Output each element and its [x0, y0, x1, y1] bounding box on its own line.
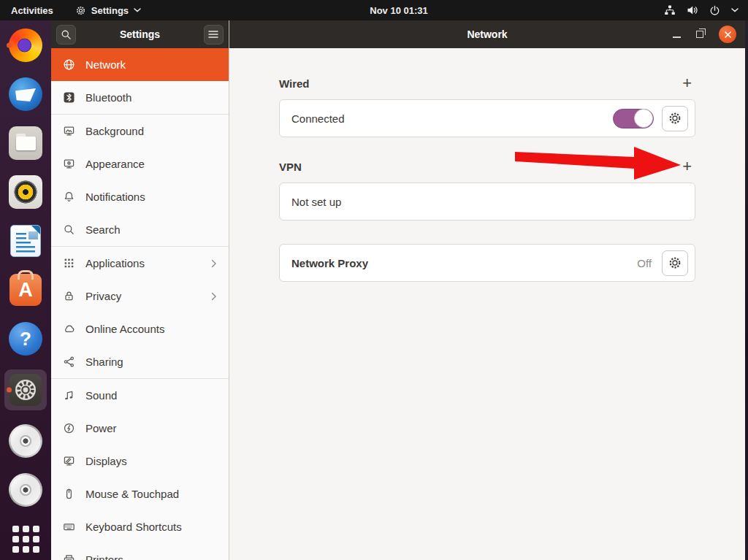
wired-section: Wired + Connected [279, 76, 695, 137]
vpn-section-title: VPN [279, 161, 302, 173]
close-button[interactable] [719, 26, 736, 43]
chevron-right-icon [211, 259, 218, 268]
network-content: Wired + Connected [229, 48, 745, 560]
dock-item-thunderbird[interactable] [4, 76, 47, 112]
sidebar-item-label: Appearance [85, 158, 145, 170]
sidebar-item-search[interactable]: Search [51, 213, 229, 246]
sidebar-item-network[interactable]: Network [51, 48, 229, 81]
sidebar-item-label: Bluetooth [85, 91, 131, 104]
top-bar: Activities Settings Nov 10 01:31 [0, 0, 748, 20]
sidebar-item-applications[interactable]: Applications [51, 247, 229, 280]
music-note-icon [62, 389, 75, 402]
bell-icon [62, 191, 75, 204]
dock-item-settings[interactable] [4, 369, 47, 410]
maximize-button[interactable] [696, 31, 703, 38]
gear-icon [75, 5, 86, 16]
sidebar-item-printers[interactable]: Printers [51, 543, 229, 560]
sidebar-item-label: Keyboard Shortcuts [85, 521, 182, 533]
ubuntu-software-icon [9, 274, 42, 306]
activities-button[interactable]: Activities [0, 0, 64, 20]
network-proxy-label: Network Proxy [291, 257, 368, 269]
sidebar-item-power[interactable]: Power [51, 412, 229, 445]
sidebar-item-appearance[interactable]: Appearance [51, 147, 229, 180]
app-menu-settings[interactable]: Settings [64, 0, 152, 20]
dock-item-help[interactable] [4, 321, 47, 357]
running-indicator [7, 388, 12, 393]
sidebar-item-online-accounts[interactable]: Online Accounts [51, 312, 229, 345]
desktop-edge [745, 20, 748, 560]
help-icon [9, 322, 42, 356]
power-icon [62, 422, 75, 435]
dock-item-firefox[interactable] [4, 27, 47, 64]
sidebar-item-label: Mouse & Touchpad [85, 488, 179, 500]
search-button[interactable] [56, 25, 76, 45]
vpn-add-button[interactable]: + [679, 160, 695, 173]
dock-item-rhythmbox[interactable] [4, 174, 47, 210]
sidebar-item-sound[interactable]: Sound [51, 379, 229, 412]
sidebar-item-displays[interactable]: Displays [51, 445, 229, 477]
printer-icon [62, 553, 75, 560]
app-menu-label: Settings [91, 5, 129, 16]
sidebar-item-notifications[interactable]: Notifications [51, 180, 229, 213]
display-icon [62, 455, 75, 468]
hamburger-menu-button[interactable] [204, 25, 224, 45]
sidebar-title: Settings [120, 28, 160, 40]
dock-item-ubuntu-software[interactable] [4, 272, 47, 308]
clock-button[interactable]: Nov 10 01:31 [362, 0, 435, 20]
chevron-down-icon [134, 8, 141, 12]
toggle-knob [634, 109, 653, 128]
settings-window: Settings Network [51, 20, 745, 560]
dock-item-disc-2[interactable] [4, 472, 47, 508]
sidebar-item-label: Search [85, 223, 121, 236]
sidebar-item-label: Privacy [85, 290, 121, 302]
sidebar-item-label: Applications [85, 257, 145, 269]
wired-options-button[interactable] [662, 106, 688, 131]
firefox-icon [9, 28, 42, 62]
disc-icon [9, 473, 42, 507]
sidebar-item-label: Online Accounts [85, 323, 164, 335]
chevron-down-icon [731, 8, 739, 12]
window-title: Network [467, 28, 507, 40]
sidebar-nav: Network Bluetooth Background [51, 48, 229, 560]
sidebar-item-label: Printers [85, 553, 123, 560]
sidebar-item-label: Background [85, 125, 144, 137]
wired-toggle-switch[interactable] [613, 109, 654, 129]
wired-add-button[interactable]: + [679, 77, 695, 90]
sidebar-item-mouse-touchpad[interactable]: Mouse & Touchpad [51, 477, 229, 510]
sidebar-item-label: Sharing [85, 356, 123, 368]
mouse-icon [62, 488, 75, 501]
show-applications-button[interactable] [4, 521, 47, 557]
window-headerbar: Network [229, 20, 745, 48]
background-icon [62, 125, 75, 138]
share-icon [62, 356, 75, 369]
minimize-button[interactable] [673, 31, 681, 38]
sidebar-item-label: Network [85, 58, 126, 71]
appearance-icon [62, 158, 75, 171]
keyboard-icon [62, 521, 75, 534]
thunderbird-icon [9, 77, 42, 111]
sidebar-item-label: Displays [85, 455, 127, 467]
wired-connection-label: Connected [291, 112, 345, 125]
network-panel: Network Wired [229, 20, 745, 560]
sidebar-item-sharing[interactable]: Sharing [51, 345, 229, 378]
sidebar-item-keyboard-shortcuts[interactable]: Keyboard Shortcuts [51, 510, 229, 543]
vpn-section: VPN + Not set up [279, 159, 695, 220]
wired-connection-row: Connected [279, 99, 695, 137]
sidebar-item-privacy[interactable]: Privacy [51, 280, 229, 312]
lock-icon [62, 290, 75, 303]
sidebar-headerbar: Settings [51, 20, 229, 48]
search-icon [62, 223, 75, 237]
sidebar-item-label: Power [85, 422, 117, 434]
ubuntu-desktop: Activities Settings Nov 10 01:31 [0, 0, 748, 560]
globe-icon [62, 58, 75, 72]
settings-gear-icon [9, 374, 42, 406]
sidebar-item-label: Notifications [85, 191, 145, 203]
dock-item-disc-1[interactable] [4, 423, 47, 459]
system-status-area[interactable] [664, 0, 748, 20]
dock-item-files[interactable] [4, 125, 47, 161]
proxy-options-button[interactable] [662, 250, 688, 276]
proxy-status-badge: Off [637, 257, 652, 269]
sidebar-item-background[interactable]: Background [51, 115, 229, 147]
sidebar-item-bluetooth[interactable]: Bluetooth [51, 81, 229, 114]
dock-item-libreoffice-writer[interactable] [4, 223, 47, 259]
